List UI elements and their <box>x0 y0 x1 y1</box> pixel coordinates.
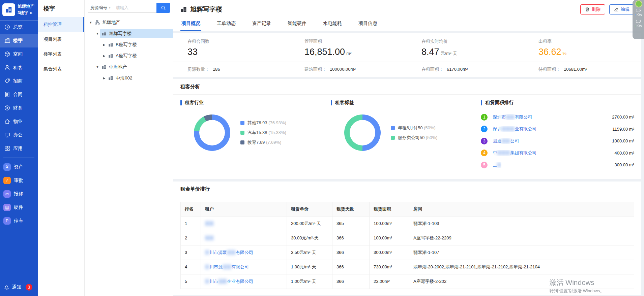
tree-building-icon <box>101 31 107 36</box>
table-row: 3 深川市源聚某某有限公司 3.50元/m²·天 366 300.00m² 翡翠… <box>181 245 634 260</box>
caret-down-icon[interactable]: ▼ <box>95 65 100 69</box>
chart-title: 租客行业 <box>180 100 331 106</box>
hardware-app-icon: ▤ <box>3 204 11 211</box>
legend-item[interactable]: 服务类公司50 (50%) <box>391 135 438 141</box>
chart-legend: 其他76.93 (76.93%) 汽车15.38 (15.38%) 教育7.69… <box>240 120 286 145</box>
caret-right-icon[interactable]: ▶ <box>101 54 107 58</box>
sidebar-item-hardware[interactable]: ▤ 硬件 <box>0 201 38 214</box>
tab-水电能耗[interactable]: 水电能耗 <box>322 17 343 31</box>
caret-down-icon[interactable]: ▼ <box>95 32 100 35</box>
sidebar-item-parking[interactable]: P 停车 <box>0 214 38 228</box>
stat-管理面积: 管理面积 16,851.00m² <box>290 33 407 62</box>
search-input[interactable] <box>113 3 156 13</box>
tree-building-icon <box>101 64 107 69</box>
legend-item[interactable]: 教育7.69 (7.69%) <box>240 139 286 145</box>
chevron-down-icon: ▾ <box>109 6 111 9</box>
tree-node-中海地产[interactable]: ▼ 中海地产 <box>85 61 173 72</box>
sidebar-item-tenant[interactable]: 租客 <box>0 61 38 74</box>
sidebar-item-office[interactable]: 办公 <box>0 128 38 142</box>
tab-工单动态[interactable]: 工单动态 <box>216 17 237 31</box>
caret-right-icon[interactable]: ▶ <box>101 43 107 46</box>
lease-area-value: 1000.00 m² <box>609 138 634 143</box>
legend-item[interactable]: 年租6月付50 (50%) <box>391 125 438 131</box>
tenant-link[interactable]: 三某 <box>493 162 501 168</box>
sidebar-item-apps[interactable]: 应用 <box>0 142 38 155</box>
sidebar-item-approval[interactable]: ✓ 审批 <box>0 174 38 187</box>
sidebar-item-property[interactable]: 物业 <box>0 115 38 128</box>
sidebar-item-space[interactable]: 空间 <box>0 47 38 61</box>
notification-badge: 3 <box>26 284 32 291</box>
legend-swatch <box>391 126 395 130</box>
secondary-stats: 房源数量：186建筑面积：100000.00m²在租面积：6170.00m²待租… <box>173 62 641 77</box>
sidebar-item-leasing[interactable]: 招商 <box>0 74 38 88</box>
tree-node-A座写字楼[interactable]: ▶ A座写字楼 <box>85 50 173 61</box>
stat-在租合同数: 在租合同数 33 <box>173 33 290 62</box>
org-switcher[interactable]: 旭辉地产 3楼宇 ▶ <box>0 0 38 21</box>
tree-node-中海002[interactable]: ▶ 中海002 <box>85 72 173 84</box>
tab-bar: 项目概况工单动态资产记录智能硬件水电能耗项目信息 <box>180 17 634 31</box>
chart-legend: 年租6月付50 (50%) 服务类公司50 (50%) <box>391 125 438 141</box>
nav-divider <box>3 158 34 158</box>
tenant-link[interactable]: 某某 <box>205 221 214 226</box>
app-root: 旭辉地产 3楼宇 ▶ 总览 楼宇 空间 租客 招商 合同 财务 物业 办公 应用… <box>0 0 644 296</box>
legend-item[interactable]: 其他76.93 (76.93%) <box>240 120 286 126</box>
parking-app-icon: P <box>3 217 11 225</box>
rank-item: 1 深圳市某某有限公司 2700.00 m² <box>481 111 634 123</box>
sidebar-item-contract[interactable]: 合同 <box>0 88 38 101</box>
substat-建筑面积: 建筑面积：100000.00m² <box>290 62 407 77</box>
search-button[interactable] <box>156 3 170 13</box>
sidebar-item-asset[interactable]: ¥ 资产 <box>0 160 38 174</box>
trash-icon <box>585 7 590 12</box>
tenant-link[interactable]: 深川市源某某有限公司 <box>205 264 249 269</box>
leasing-icon <box>4 78 10 84</box>
column-header-租赁单价: 租赁单价 <box>287 202 332 216</box>
building-tree-panel: 房源编号 ▾ ▼ 旭辉地产 ▼ 旭辉写字楼 ▶ B座写字楼 ▶ <box>85 0 173 296</box>
org-building-count: 3楼宇 <box>18 10 28 16</box>
submenu-item-集合列表[interactable]: 集合列表 <box>38 62 84 76</box>
tenant-link[interactable]: 深圳市某某有限公司 <box>493 114 532 120</box>
submenu-item-项目列表[interactable]: 项目列表 <box>38 32 84 47</box>
table-row: 1 某某 200.00元/m²·天 365 100.00m² 翡翠湖-1-103 <box>181 216 634 231</box>
sidebar-item-overview[interactable]: 总览 <box>0 21 38 34</box>
secondary-menu-items: 租控管理项目列表楼宇列表集合列表 <box>38 17 84 76</box>
primary-sidebar: 旭辉地产 3楼宇 ▶ 总览 楼宇 空间 租客 招商 合同 财务 物业 办公 应用… <box>0 0 38 296</box>
submenu-item-租控管理[interactable]: 租控管理 <box>38 17 84 32</box>
sidebar-item-finance[interactable]: 财务 <box>0 101 38 115</box>
search-type-select[interactable]: 房源编号 ▾ <box>88 3 113 13</box>
substat-在租面积: 在租面积：6170.00m² <box>407 62 524 77</box>
edit-button[interactable]: 编辑 <box>609 4 634 14</box>
tenant-link[interactable]: 中某某某集团有限公司 <box>493 150 536 156</box>
tenant-link[interactable]: 某某 <box>205 235 214 240</box>
legend-swatch <box>240 121 244 125</box>
tab-项目概况[interactable]: 项目概况 <box>180 17 201 31</box>
submenu-item-楼宇列表[interactable]: 楼宇列表 <box>38 47 84 62</box>
tenant-link[interactable]: 深圳某某某业有限公司 <box>493 126 536 132</box>
tab-项目信息[interactable]: 项目信息 <box>357 17 378 31</box>
caret-right-icon[interactable]: ▶ <box>101 76 107 80</box>
sidebar-item-repair[interactable]: ✂ 报修 <box>0 187 38 201</box>
table-row: 4 深川市源某某有限公司 1.00元/m²·天 366 730.00m² 翡翠湖… <box>181 260 634 274</box>
sidebar-item-building[interactable]: 楼宇 <box>0 34 38 47</box>
tenant-link[interactable]: 启通某某公司 <box>493 138 519 144</box>
tenant-link[interactable]: 深川市源聚某某有限公司 <box>205 250 253 255</box>
column-header-租赁天数: 租赁天数 <box>332 202 370 216</box>
net-speed-overlay[interactable]: 1.5 ↑K/s 1.3 ↓K/s <box>633 0 644 39</box>
expand-arrow-icon[interactable]: ▶ <box>30 11 33 15</box>
column-header-排名: 排名 <box>181 202 201 216</box>
delete-button[interactable]: 删除 <box>580 4 605 14</box>
tab-资产记录[interactable]: 资产记录 <box>251 17 272 31</box>
tree-node-B座写字楼[interactable]: ▶ B座写字楼 <box>85 39 173 50</box>
apps-nav: ¥ 资产 ✓ 审批 ✂ 报修 ▤ 硬件 P 停车 <box>0 160 38 228</box>
notifications-button[interactable]: 通知 3 <box>0 278 38 296</box>
rank-item: 4 中某某某集团有限公司 400.00 m² <box>481 147 634 159</box>
donut-chart <box>344 114 381 151</box>
tenant-link[interactable]: 深川市源聚企业有限公司 <box>205 279 253 284</box>
tree-node-旭辉地产[interactable]: ▼ 旭辉地产 <box>85 17 173 28</box>
rank-item: 2 深圳某某某业有限公司 1159.00 m² <box>481 123 634 135</box>
tenant-industry-chart: 租客行业 其他76.93 (76.93%) 汽车15.38 (15.38%) 教… <box>180 100 331 171</box>
caret-down-icon[interactable]: ▼ <box>88 21 93 24</box>
tab-智能硬件[interactable]: 智能硬件 <box>287 17 308 31</box>
net-down-value: 1.3 <box>635 19 642 24</box>
legend-item[interactable]: 汽车15.38 (15.38%) <box>240 130 286 136</box>
tree-node-旭辉写字楼[interactable]: ▼ 旭辉写字楼 <box>85 28 173 39</box>
